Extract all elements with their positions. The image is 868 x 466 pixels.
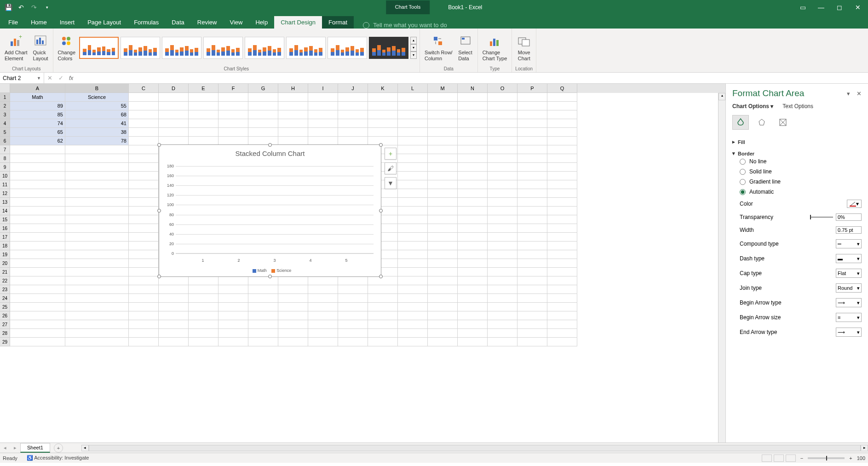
add-chart-element-button[interactable]: + Add Chart Element [3,33,29,63]
cell[interactable] [308,303,338,311]
row-header[interactable]: 29 [0,338,10,346]
resize-handle[interactable] [268,143,272,147]
cell[interactable] [129,207,159,215]
col-header-k[interactable]: K [368,84,398,93]
cell[interactable] [398,259,428,268]
switch-row-column-button[interactable]: Switch Row/ Column [423,33,454,63]
cell[interactable] [398,128,428,137]
cell[interactable] [129,180,159,189]
cell[interactable] [458,207,488,215]
cell[interactable] [129,329,159,338]
cell[interactable] [458,172,488,180]
cell[interactable]: 55 [65,102,129,110]
cell[interactable] [278,294,308,303]
cell[interactable] [10,224,65,233]
cancel-formula-icon[interactable]: ✕ [44,75,55,81]
cell[interactable] [129,119,159,128]
cell[interactable] [488,250,517,259]
cell[interactable] [248,110,278,119]
chart-bars[interactable] [176,166,374,253]
chart-style-2[interactable] [121,37,160,59]
cell[interactable] [398,250,428,259]
compound-type-dropdown[interactable]: ═▾ [836,239,862,248]
cell[interactable] [248,102,278,110]
cell[interactable] [517,93,547,102]
tab-format[interactable]: Format [322,16,354,29]
style-more-icon[interactable]: ▾ [410,52,417,59]
cell[interactable] [488,93,517,102]
cell[interactable] [428,268,458,276]
cell[interactable]: 68 [65,110,129,119]
style-up-icon[interactable]: ▴ [410,37,417,44]
cell[interactable] [547,110,577,119]
cell[interactable] [159,311,189,320]
cell[interactable] [458,294,488,303]
sheet-tab-sheet1[interactable]: Sheet1 [20,443,50,453]
cell[interactable] [10,294,65,303]
cell[interactable] [218,338,248,346]
ribbon-display-options-icon[interactable]: ▭ [794,0,811,15]
cell[interactable] [488,338,517,346]
cell[interactable] [488,303,517,311]
cell[interactable] [338,128,368,137]
col-header-q[interactable]: Q [547,84,577,93]
cell[interactable] [65,163,129,172]
cell[interactable] [428,338,458,346]
cell[interactable] [278,110,308,119]
cell[interactable] [65,224,129,233]
cell[interactable] [547,250,577,259]
row-header[interactable]: 11 [0,180,10,189]
cell[interactable] [517,110,547,119]
row-header[interactable]: 12 [0,189,10,198]
cell[interactable] [129,294,159,303]
cell[interactable] [488,268,517,276]
cell[interactable] [65,189,129,198]
cell[interactable] [338,119,368,128]
cell[interactable] [547,119,577,128]
cell[interactable] [458,180,488,189]
cell[interactable] [338,102,368,110]
cell[interactable] [278,285,308,294]
cell[interactable] [278,311,308,320]
cell[interactable] [517,137,547,145]
cell[interactable] [129,233,159,242]
cell[interactable] [547,311,577,320]
cell[interactable] [547,163,577,172]
cell[interactable] [368,102,398,110]
tab-view[interactable]: View [223,16,249,29]
cell[interactable] [458,189,488,198]
cell[interactable] [488,215,517,224]
cell[interactable] [189,338,218,346]
cell[interactable] [129,154,159,163]
cell[interactable] [129,338,159,346]
cell[interactable] [65,242,129,250]
cell[interactable] [308,102,338,110]
cell[interactable] [428,128,458,137]
col-header-e[interactable]: E [189,84,218,93]
cell[interactable] [308,93,338,102]
cell[interactable] [517,329,547,338]
cell[interactable] [398,215,428,224]
cell[interactable]: 38 [65,128,129,137]
tab-review[interactable]: Review [191,16,224,29]
cell[interactable] [248,338,278,346]
cell[interactable] [278,338,308,346]
zoom-slider[interactable] [808,457,845,459]
cell[interactable] [189,285,218,294]
cell[interactable] [398,311,428,320]
transparency-input[interactable] [836,213,862,221]
cell[interactable] [428,110,458,119]
cell[interactable] [428,172,458,180]
cell[interactable] [458,154,488,163]
cell[interactable] [248,294,278,303]
cell[interactable] [458,259,488,268]
end-arrow-type-dropdown[interactable]: ⟶▾ [836,328,862,337]
cell[interactable] [398,163,428,172]
cell[interactable] [398,329,428,338]
cell[interactable] [428,329,458,338]
cell[interactable] [10,250,65,259]
cell[interactable] [428,119,458,128]
cell[interactable] [547,233,577,242]
cell[interactable] [488,242,517,250]
cell[interactable] [129,224,159,233]
